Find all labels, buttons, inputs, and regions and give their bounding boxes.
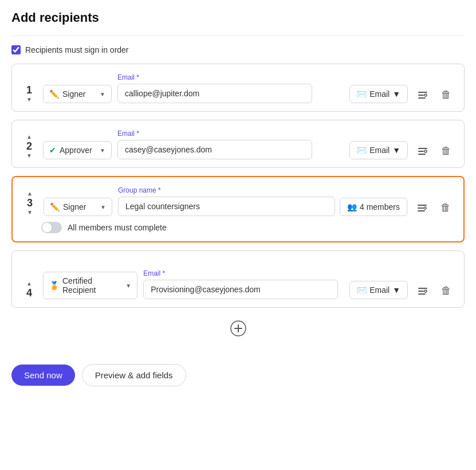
svg-point-15 xyxy=(424,290,427,292)
delivery-btn-2[interactable]: ✉️ Email ▼ xyxy=(349,141,408,159)
arrow-down-1[interactable]: ▼ xyxy=(24,96,34,103)
role-label-2: Approver xyxy=(60,146,92,155)
members-icon-3: 👥 xyxy=(347,202,357,211)
step-col-1: 1 ▼ xyxy=(21,84,37,103)
email-col-2: Email * xyxy=(117,130,312,159)
delete-btn-4[interactable]: 🗑 xyxy=(438,283,455,299)
settings-btn-4[interactable] xyxy=(414,283,432,299)
delivery-btn-1[interactable]: ✉️ Email ▼ xyxy=(349,85,408,103)
arrow-down-3[interactable]: ▼ xyxy=(25,209,35,216)
step-number-3: 3 xyxy=(23,197,37,209)
role-field-1: ✏️ Signer ▼ xyxy=(43,72,112,103)
settings-btn-2[interactable] xyxy=(414,143,432,159)
add-recipient-button[interactable] xyxy=(230,320,246,336)
step-number-2: 2 xyxy=(22,140,36,152)
role-label-4: Certified Recipient xyxy=(62,276,122,295)
email-delivery-icon-1: ✉️ xyxy=(357,89,367,99)
svg-rect-8 xyxy=(418,205,427,206)
delivery-chevron-2: ▼ xyxy=(392,146,400,155)
email-col-1: Email * xyxy=(117,73,312,103)
email-label-1: Email * xyxy=(117,73,312,81)
role-field-2: ✔ Approver ▼ xyxy=(43,128,112,159)
delivery-label-1: Email xyxy=(369,89,390,99)
role-field-3: ✏️ Signer ▼ xyxy=(44,185,112,216)
chevron-down-icon-4: ▼ xyxy=(125,283,131,289)
role-label-1: Signer xyxy=(62,89,85,99)
svg-point-11 xyxy=(424,207,426,209)
settings-btn-1[interactable] xyxy=(414,87,432,103)
svg-rect-10 xyxy=(418,210,425,211)
email-delivery-icon-4: ✉️ xyxy=(357,285,367,295)
chevron-down-icon-3: ▼ xyxy=(100,204,106,210)
certified-icon-4: 🏅 xyxy=(49,281,59,290)
svg-rect-9 xyxy=(418,207,423,209)
toggle-row-3: All members must complete xyxy=(41,222,454,233)
svg-point-7 xyxy=(424,150,427,152)
svg-rect-14 xyxy=(418,293,426,295)
svg-rect-13 xyxy=(418,291,424,292)
email-input-4[interactable] xyxy=(143,280,338,299)
toggle-label-3: All members must complete xyxy=(68,223,167,232)
pen-icon-1: ✏️ xyxy=(49,89,59,99)
role-dropdown-1[interactable]: ✏️ Signer ▼ xyxy=(43,85,112,103)
arrow-up-3[interactable]: ▲ xyxy=(25,190,35,197)
step-number-1: 1 xyxy=(22,84,36,96)
delete-btn-1[interactable]: 🗑 xyxy=(438,87,455,103)
approver-icon-2: ✔ xyxy=(49,146,56,155)
order-checkbox-row: Recipients must sign in order xyxy=(11,45,465,54)
email-delivery-icon-2: ✉️ xyxy=(357,146,367,155)
recipient-card-4: ▲ 4 🏅 Certified Recipient ▼ Email * ✉️ E… xyxy=(11,250,465,308)
delivery-btn-4[interactable]: ✉️ Email ▼ xyxy=(349,281,408,299)
email-label-2: Email * xyxy=(117,130,312,138)
role-dropdown-4[interactable]: 🏅 Certified Recipient ▼ xyxy=(43,272,137,299)
svg-rect-1 xyxy=(418,95,424,96)
email-label-4: Email * xyxy=(143,269,338,277)
svg-rect-2 xyxy=(418,97,426,99)
settings-btn-3[interactable] xyxy=(413,200,431,216)
svg-rect-0 xyxy=(418,92,427,93)
step-col-2: ▲ 2 ▼ xyxy=(21,134,37,159)
delete-btn-2[interactable]: 🗑 xyxy=(438,143,455,159)
svg-rect-4 xyxy=(418,148,427,149)
preview-button[interactable]: Preview & add fields xyxy=(82,364,186,386)
role-field-4: 🏅 Certified Recipient ▼ xyxy=(43,259,137,299)
group-name-label-3: Group name * xyxy=(118,186,407,194)
footer-actions: Send now Preview & add fields xyxy=(11,359,465,386)
recipient-card-3: ▲ 3 ▼ ✏️ Signer ▼ Group name * 👥 4 membe… xyxy=(11,176,465,242)
group-name-input-3[interactable] xyxy=(118,197,335,216)
step-col-3: ▲ 3 ▼ xyxy=(22,190,38,216)
members-badge-3[interactable]: 👥 4 members xyxy=(340,198,407,216)
delivery-chevron-4: ▼ xyxy=(392,285,400,295)
delivery-chevron-1: ▼ xyxy=(392,89,400,99)
send-now-button[interactable]: Send now xyxy=(11,365,75,386)
pen-icon-3: ✏️ xyxy=(50,202,60,211)
group-name-col-3: Group name * 👥 4 members xyxy=(118,186,407,216)
svg-rect-6 xyxy=(418,154,426,155)
arrow-up-2[interactable]: ▲ xyxy=(24,134,34,140)
arrow-up-4[interactable]: ▲ xyxy=(24,280,34,287)
all-members-toggle-3[interactable] xyxy=(41,222,62,233)
title-divider xyxy=(11,36,465,36)
order-checkbox-label: Recipients must sign in order xyxy=(25,45,129,54)
step-number-4: 4 xyxy=(22,287,36,299)
email-col-4: Email * xyxy=(143,269,338,299)
role-dropdown-2[interactable]: ✔ Approver ▼ xyxy=(43,141,112,159)
role-dropdown-3[interactable]: ✏️ Signer ▼ xyxy=(44,198,112,216)
role-label-3: Signer xyxy=(63,202,86,211)
svg-rect-12 xyxy=(418,288,427,289)
svg-rect-5 xyxy=(418,151,424,152)
order-checkbox[interactable] xyxy=(11,45,21,54)
page-title: Add recipients xyxy=(11,10,465,25)
recipient-card-1: 1 ▼ ✏️ Signer ▼ Email * ✉️ Email ▼ xyxy=(11,64,465,112)
email-input-1[interactable] xyxy=(117,84,312,103)
svg-point-3 xyxy=(424,94,427,96)
step-col-4: ▲ 4 xyxy=(21,280,37,299)
delivery-label-4: Email xyxy=(369,285,390,295)
chevron-down-icon-2: ▼ xyxy=(100,147,105,154)
email-input-2[interactable] xyxy=(117,140,312,159)
arrow-down-2[interactable]: ▼ xyxy=(24,152,34,159)
delete-btn-3[interactable]: 🗑 xyxy=(437,199,454,216)
members-count-3: 4 members xyxy=(360,202,400,211)
delivery-label-2: Email xyxy=(369,146,390,155)
recipient-card-2: ▲ 2 ▼ ✔ Approver ▼ Email * ✉️ Email ▼ xyxy=(11,120,465,168)
